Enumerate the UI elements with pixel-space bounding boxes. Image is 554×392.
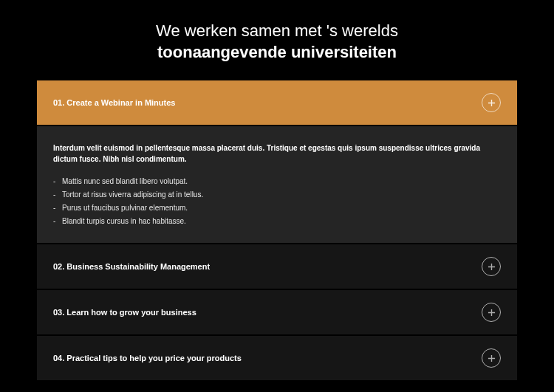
plus-icon [482,257,501,276]
content-list: Mattis nunc sed blandit libero volutpat.… [53,175,501,228]
accordion-item-4-title: 04. Practical tips to help you price you… [53,354,242,362]
content-intro: Interdum velit euismod in pellentesque m… [53,142,501,165]
accordion: 01. Create a Webinar in Minutes Interdum… [37,80,517,380]
plus-icon [482,303,501,322]
accordion-item-1-header[interactable]: 01. Create a Webinar in Minutes [37,80,517,125]
accordion-item-2-title: 02. Business Sustainability Management [53,262,210,271]
list-item: Blandit turpis cursus in hac habitasse. [53,215,501,228]
page-heading: We werken samen met 's werelds toonaange… [37,21,517,63]
list-item: Mattis nunc sed blandit libero volutpat. [53,175,501,188]
accordion-item-4-header[interactable]: 04. Practical tips to help you price you… [37,336,517,380]
accordion-item-3-title: 03. Learn how to grow your business [53,308,196,317]
accordion-item-1-title: 01. Create a Webinar in Minutes [53,98,175,107]
list-item: Tortor at risus viverra adipiscing at in… [53,188,501,202]
heading-line-2: toonaangevende universiteiten [37,42,517,63]
accordion-item-2-header[interactable]: 02. Business Sustainability Management [37,244,517,289]
accordion-item-1-content: Interdum velit euismod in pellentesque m… [37,126,517,243]
heading-line-1: We werken samen met 's werelds [37,21,517,42]
accordion-item-3-header[interactable]: 03. Learn how to grow your business [37,290,517,334]
plus-icon [482,93,501,112]
plus-icon [482,348,501,368]
list-item: Purus ut faucibus pulvinar elementum. [53,202,501,215]
